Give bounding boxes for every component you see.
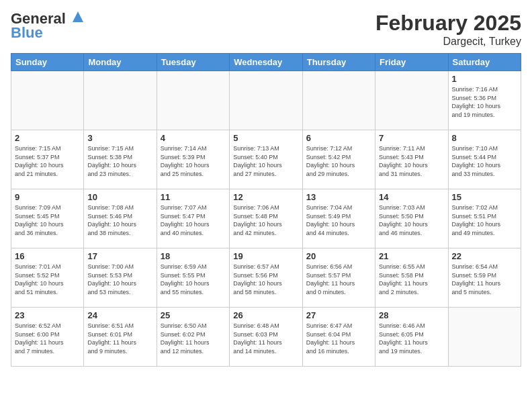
calendar-cell [230, 71, 302, 130]
logo: General Blue [11, 11, 85, 42]
day-number: 2 [15, 133, 80, 143]
calendar-cell: 24Sunrise: 6:51 AM Sunset: 6:01 PM Dayli… [84, 308, 157, 367]
day-info: Sunrise: 7:02 AM Sunset: 5:51 PM Dayligh… [452, 203, 517, 237]
calendar-title: February 2025 [375, 11, 521, 36]
day-number: 25 [161, 310, 226, 320]
calendar-cell: 28Sunrise: 6:46 AM Sunset: 6:05 PM Dayli… [375, 308, 448, 367]
day-info: Sunrise: 7:13 AM Sunset: 5:40 PM Dayligh… [233, 144, 298, 178]
day-number: 9 [15, 192, 80, 202]
day-info: Sunrise: 6:55 AM Sunset: 5:58 PM Dayligh… [379, 263, 444, 296]
calendar-cell: 22Sunrise: 6:54 AM Sunset: 5:59 PM Dayli… [448, 248, 521, 308]
day-info: Sunrise: 6:47 AM Sunset: 6:04 PM Dayligh… [306, 322, 371, 355]
calendar-cell: 2Sunrise: 7:15 AM Sunset: 5:37 PM Daylig… [11, 130, 84, 189]
title-block: February 2025 Dargecit, Turkey [375, 11, 521, 48]
day-number: 4 [161, 133, 226, 143]
svg-marker-0 [73, 11, 83, 22]
day-number: 11 [161, 192, 226, 202]
day-info: Sunrise: 7:11 AM Sunset: 5:43 PM Dayligh… [379, 144, 444, 178]
day-number: 15 [452, 192, 517, 202]
day-info: Sunrise: 7:12 AM Sunset: 5:42 PM Dayligh… [306, 144, 371, 178]
day-number: 8 [452, 133, 517, 143]
calendar-cell: 17Sunrise: 7:00 AM Sunset: 5:53 PM Dayli… [84, 248, 157, 308]
day-number: 3 [87, 133, 152, 143]
calendar-cell: 13Sunrise: 7:04 AM Sunset: 5:49 PM Dayli… [302, 189, 375, 248]
day-number: 5 [233, 133, 298, 143]
calendar-cell [448, 308, 521, 367]
day-info: Sunrise: 6:51 AM Sunset: 6:01 PM Dayligh… [87, 322, 152, 355]
day-number: 13 [306, 192, 371, 202]
day-info: Sunrise: 6:48 AM Sunset: 6:03 PM Dayligh… [233, 322, 298, 355]
week-row: 1Sunrise: 7:16 AM Sunset: 5:36 PM Daylig… [11, 71, 521, 130]
calendar-cell: 26Sunrise: 6:48 AM Sunset: 6:03 PM Dayli… [230, 308, 302, 367]
calendar-cell: 11Sunrise: 7:07 AM Sunset: 5:47 PM Dayli… [157, 189, 229, 248]
calendar-subtitle: Dargecit, Turkey [375, 36, 521, 48]
day-info: Sunrise: 7:09 AM Sunset: 5:45 PM Dayligh… [15, 203, 80, 237]
day-info: Sunrise: 6:56 AM Sunset: 5:57 PM Dayligh… [306, 263, 371, 296]
calendar-cell: 4Sunrise: 7:14 AM Sunset: 5:39 PM Daylig… [157, 130, 229, 189]
day-number: 10 [87, 192, 152, 202]
day-number: 21 [379, 251, 444, 261]
calendar-weekday-header: Sunday [11, 54, 84, 71]
day-number: 19 [233, 251, 298, 261]
calendar-cell: 19Sunrise: 6:57 AM Sunset: 5:56 PM Dayli… [230, 248, 302, 308]
calendar-cell [375, 71, 448, 130]
day-number: 16 [15, 251, 80, 261]
calendar-cell: 16Sunrise: 7:01 AM Sunset: 5:52 PM Dayli… [11, 248, 84, 308]
calendar-cell: 10Sunrise: 7:08 AM Sunset: 5:46 PM Dayli… [84, 189, 157, 248]
calendar-weekday-header: Wednesday [230, 54, 302, 71]
day-number: 14 [379, 192, 444, 202]
day-info: Sunrise: 7:03 AM Sunset: 5:50 PM Dayligh… [379, 203, 444, 237]
calendar-cell [157, 71, 229, 130]
week-row: 23Sunrise: 6:52 AM Sunset: 6:00 PM Dayli… [11, 308, 521, 367]
day-info: Sunrise: 7:06 AM Sunset: 5:48 PM Dayligh… [233, 203, 298, 237]
calendar-cell: 3Sunrise: 7:15 AM Sunset: 5:38 PM Daylig… [84, 130, 157, 189]
calendar-cell: 8Sunrise: 7:10 AM Sunset: 5:44 PM Daylig… [448, 130, 521, 189]
calendar-cell: 25Sunrise: 6:50 AM Sunset: 6:02 PM Dayli… [157, 308, 229, 367]
day-info: Sunrise: 6:57 AM Sunset: 5:56 PM Dayligh… [233, 263, 298, 296]
calendar-cell: 23Sunrise: 6:52 AM Sunset: 6:00 PM Dayli… [11, 308, 84, 367]
calendar-weekday-header: Friday [375, 54, 448, 71]
day-info: Sunrise: 7:07 AM Sunset: 5:47 PM Dayligh… [161, 203, 226, 237]
calendar-cell [11, 71, 84, 130]
calendar-cell [302, 71, 375, 130]
calendar-cell: 7Sunrise: 7:11 AM Sunset: 5:43 PM Daylig… [375, 130, 448, 189]
calendar-cell: 5Sunrise: 7:13 AM Sunset: 5:40 PM Daylig… [230, 130, 302, 189]
day-info: Sunrise: 7:01 AM Sunset: 5:52 PM Dayligh… [15, 263, 80, 296]
calendar-weekday-header: Monday [84, 54, 157, 71]
day-number: 20 [306, 251, 371, 261]
day-number: 23 [15, 310, 80, 320]
day-number: 22 [452, 251, 517, 261]
day-number: 28 [379, 310, 444, 320]
day-info: Sunrise: 6:59 AM Sunset: 5:55 PM Dayligh… [161, 263, 226, 296]
day-info: Sunrise: 6:50 AM Sunset: 6:02 PM Dayligh… [161, 322, 226, 355]
day-info: Sunrise: 7:16 AM Sunset: 5:36 PM Dayligh… [452, 85, 517, 119]
calendar-weekday-header: Thursday [302, 54, 375, 71]
day-number: 26 [233, 310, 298, 320]
day-number: 12 [233, 192, 298, 202]
day-number: 27 [306, 310, 371, 320]
calendar-cell: 20Sunrise: 6:56 AM Sunset: 5:57 PM Dayli… [302, 248, 375, 308]
page-header: General Blue February 2025 Dargecit, Tur… [11, 11, 521, 48]
calendar-cell: 21Sunrise: 6:55 AM Sunset: 5:58 PM Dayli… [375, 248, 448, 308]
day-number: 7 [379, 133, 444, 143]
calendar-cell: 27Sunrise: 6:47 AM Sunset: 6:04 PM Dayli… [302, 308, 375, 367]
calendar-cell: 9Sunrise: 7:09 AM Sunset: 5:45 PM Daylig… [11, 189, 84, 248]
calendar-cell: 1Sunrise: 7:16 AM Sunset: 5:36 PM Daylig… [448, 71, 521, 130]
week-row: 16Sunrise: 7:01 AM Sunset: 5:52 PM Dayli… [11, 248, 521, 308]
calendar-cell: 18Sunrise: 6:59 AM Sunset: 5:55 PM Dayli… [157, 248, 229, 308]
calendar-cell: 12Sunrise: 7:06 AM Sunset: 5:48 PM Dayli… [230, 189, 302, 248]
calendar-table: SundayMondayTuesdayWednesdayThursdayFrid… [11, 53, 521, 367]
day-info: Sunrise: 7:15 AM Sunset: 5:37 PM Dayligh… [15, 144, 80, 178]
week-row: 2Sunrise: 7:15 AM Sunset: 5:37 PM Daylig… [11, 130, 521, 189]
day-info: Sunrise: 7:14 AM Sunset: 5:39 PM Dayligh… [161, 144, 226, 178]
calendar-weekday-header: Tuesday [157, 54, 229, 71]
calendar-cell: 6Sunrise: 7:12 AM Sunset: 5:42 PM Daylig… [302, 130, 375, 189]
calendar-cell [84, 71, 157, 130]
day-number: 24 [87, 310, 152, 320]
day-info: Sunrise: 6:46 AM Sunset: 6:05 PM Dayligh… [379, 322, 444, 355]
day-info: Sunrise: 6:54 AM Sunset: 5:59 PM Dayligh… [452, 263, 517, 296]
day-info: Sunrise: 7:15 AM Sunset: 5:38 PM Dayligh… [87, 144, 152, 178]
day-info: Sunrise: 7:08 AM Sunset: 5:46 PM Dayligh… [87, 203, 152, 237]
logo-icon [71, 10, 85, 24]
day-number: 1 [452, 74, 517, 84]
